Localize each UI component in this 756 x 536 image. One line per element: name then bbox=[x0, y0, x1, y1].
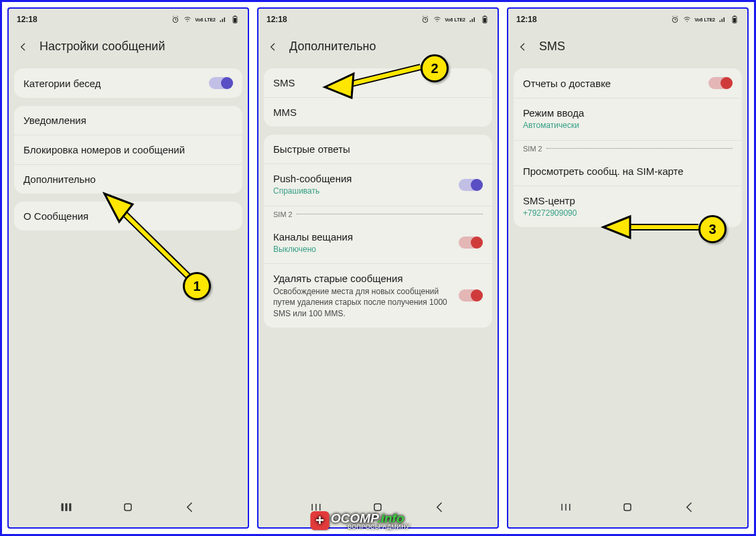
back-button[interactable] bbox=[268, 41, 280, 53]
row-push[interactable]: Push-сообщения Спрашивать bbox=[264, 164, 492, 206]
home-icon[interactable] bbox=[621, 500, 634, 514]
toggle-channels[interactable] bbox=[459, 237, 483, 249]
wifi-icon bbox=[183, 15, 192, 23]
row-label: Быстрые ответы bbox=[273, 143, 483, 155]
battery-icon bbox=[480, 15, 489, 23]
svg-marker-26 bbox=[325, 74, 354, 98]
row-label: Отчеты о доставке bbox=[523, 78, 708, 89]
toggle-categories[interactable] bbox=[209, 77, 233, 89]
clock: 12:18 bbox=[17, 15, 37, 24]
step-bubble-3: 3 bbox=[698, 215, 727, 243]
row-quick-replies[interactable]: Быстрые ответы bbox=[264, 135, 492, 164]
alarm-icon bbox=[171, 15, 180, 23]
recent-apps-icon[interactable] bbox=[559, 500, 573, 514]
svg-rect-5 bbox=[234, 18, 236, 23]
row-label: Каналы вещания bbox=[273, 231, 459, 243]
sim-label: SIM 2 bbox=[273, 210, 293, 218]
svg-rect-13 bbox=[374, 504, 381, 511]
row-view-sim[interactable]: Просмотреть сообщ. на SIM-карте bbox=[514, 157, 742, 186]
svg-line-22 bbox=[119, 208, 193, 281]
toggle-delete-old[interactable] bbox=[459, 289, 483, 302]
svg-rect-11 bbox=[484, 15, 486, 17]
settings-group: Быстрые ответы Push-сообщения Спрашивать… bbox=[264, 135, 492, 328]
signal-icon bbox=[718, 15, 727, 23]
step-bubble-2: 2 bbox=[421, 54, 449, 82]
wifi-icon bbox=[433, 15, 442, 23]
logo-cross-icon bbox=[310, 511, 329, 530]
lte-label: Vo6 LTE2 bbox=[694, 17, 715, 22]
page-title: Дополнительно bbox=[289, 40, 376, 54]
row-label: Режим ввода bbox=[523, 107, 733, 119]
row-label: Push-сообщения bbox=[273, 173, 459, 184]
row-label: Уведомления bbox=[23, 115, 233, 126]
row-notifications[interactable]: Уведомления bbox=[14, 106, 242, 135]
step-arrow-2 bbox=[317, 59, 434, 99]
back-button[interactable] bbox=[18, 41, 30, 53]
row-label: SMS-центр bbox=[523, 195, 733, 206]
signal-icon bbox=[468, 15, 477, 23]
svg-rect-12 bbox=[483, 18, 486, 23]
sim-divider: SIM 2 bbox=[264, 206, 492, 222]
sim-divider: SIM 2 bbox=[514, 141, 742, 157]
title-bar: SMS bbox=[508, 27, 747, 64]
step-arrow-3 bbox=[598, 214, 705, 241]
status-bar: 12:18 Vo6 LTE2 bbox=[508, 9, 747, 27]
chevron-left-icon bbox=[518, 42, 528, 52]
row-channels[interactable]: Каналы вещания Выключено bbox=[264, 222, 492, 265]
alarm-icon bbox=[421, 15, 430, 23]
svg-rect-19 bbox=[733, 18, 736, 23]
watermark-logo: OCOMP.info ВОПРОСЫ АДМИНУ bbox=[310, 511, 410, 530]
clock: 12:18 bbox=[267, 15, 287, 24]
page-title: SMS bbox=[539, 40, 565, 54]
row-description: Освобождение места для новых сообщений п… bbox=[273, 286, 459, 319]
row-sublabel: Выключено bbox=[273, 245, 459, 255]
svg-rect-18 bbox=[734, 15, 736, 17]
step-bubble-1: 1 bbox=[183, 272, 211, 300]
back-nav-icon[interactable] bbox=[183, 500, 197, 514]
row-label: MMS bbox=[273, 107, 483, 118]
toggle-push[interactable] bbox=[459, 179, 483, 191]
row-mms[interactable]: MMS bbox=[264, 98, 492, 127]
settings-group: Отчеты о доставке Режим ввода Автоматиче… bbox=[514, 68, 742, 227]
row-delivery-reports[interactable]: Отчеты о доставке bbox=[514, 68, 742, 98]
status-bar: 12:18 Vo6 LTE2 bbox=[9, 9, 248, 27]
phone-screen-3: 12:18 Vo6 LTE2 SMS Отчеты о доставке bbox=[507, 7, 749, 529]
row-block[interactable]: Блокировка номеров и сообщений bbox=[14, 135, 242, 165]
settings-group: Уведомления Блокировка номеров и сообщен… bbox=[14, 106, 242, 194]
row-sublabel: Спрашивать bbox=[273, 186, 459, 197]
home-icon[interactable] bbox=[121, 500, 135, 514]
back-nav-icon[interactable] bbox=[433, 500, 447, 514]
nav-bar bbox=[508, 488, 747, 527]
row-label: Просмотреть сообщ. на SIM-карте bbox=[523, 165, 733, 177]
alarm-icon bbox=[670, 15, 680, 23]
lte-label: Vo6 LTE2 bbox=[445, 17, 465, 22]
row-sublabel: Автоматически bbox=[523, 121, 733, 131]
row-categories[interactable]: Категории бесед bbox=[14, 68, 242, 98]
svg-rect-20 bbox=[624, 504, 631, 511]
wifi-icon bbox=[682, 15, 692, 23]
row-label: Блокировка номеров и сообщений bbox=[23, 144, 233, 155]
battery-icon bbox=[730, 15, 739, 23]
svg-rect-6 bbox=[125, 504, 131, 511]
back-button[interactable] bbox=[518, 41, 530, 53]
chevron-left-icon bbox=[18, 42, 29, 52]
row-label: Дополнительно bbox=[23, 174, 233, 185]
back-nav-icon[interactable] bbox=[683, 500, 696, 514]
svg-marker-29 bbox=[603, 216, 630, 238]
status-bar: 12:18 Vo6 LTE2 bbox=[258, 9, 498, 27]
nav-bar bbox=[9, 488, 248, 527]
chevron-left-icon bbox=[268, 42, 279, 52]
sim-label: SIM 2 bbox=[523, 145, 542, 153]
row-label: Категории бесед bbox=[23, 78, 209, 89]
row-label: Удалять старые сообщения bbox=[273, 273, 459, 284]
row-input-mode[interactable]: Режим ввода Автоматически bbox=[514, 98, 742, 141]
settings-group: Категории бесед bbox=[14, 68, 242, 98]
signal-icon bbox=[218, 15, 228, 23]
toggle-delivery[interactable] bbox=[708, 77, 733, 89]
page-title: Настройки сообщений bbox=[40, 40, 165, 54]
recent-apps-icon[interactable] bbox=[60, 500, 73, 514]
svg-rect-4 bbox=[234, 15, 236, 17]
svg-line-25 bbox=[344, 67, 421, 86]
title-bar: Настройки сообщений bbox=[9, 27, 248, 64]
row-delete-old[interactable]: Удалять старые сообщения Освобождение ме… bbox=[264, 264, 492, 328]
